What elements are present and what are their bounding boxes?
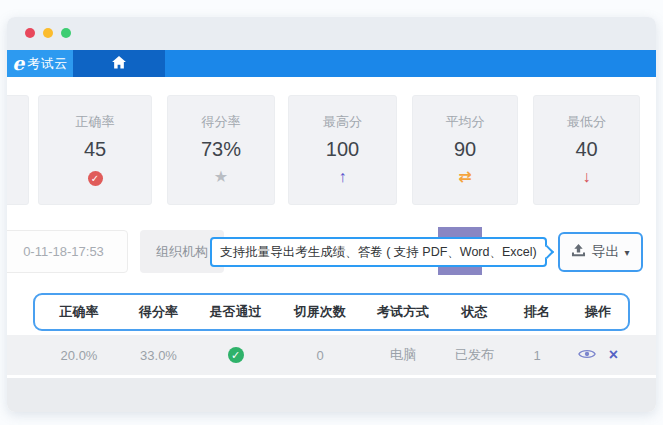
stat-card-clipped: (: [7, 95, 29, 205]
brand-e-icon: e: [12, 54, 24, 73]
column-header[interactable]: 正确率: [35, 303, 123, 321]
arrow-down-icon: ↓: [534, 169, 639, 185]
export-button-label: 导出: [591, 243, 619, 261]
export-tooltip-text: 支持批量导出考生成绩、答卷 ( 支持 PDF、Word、Excel): [220, 245, 536, 259]
date-range-input[interactable]: 0-11-18-17:53: [7, 230, 128, 273]
column-header[interactable]: 操作: [568, 303, 628, 321]
cell-exam-mode: 电脑: [363, 346, 443, 364]
stat-value: 40: [534, 138, 639, 161]
home-icon: [112, 55, 126, 73]
export-button[interactable]: 导出 ▾: [558, 232, 643, 272]
stat-label: 最高分: [289, 113, 396, 131]
chevron-down-icon: ▾: [624, 247, 629, 258]
stat-card-average-score: 平均分 90 ⇄: [412, 95, 518, 205]
view-eye-icon[interactable]: [578, 348, 596, 363]
cell-actions: ×: [568, 348, 628, 363]
minimize-window-icon[interactable]: [43, 28, 53, 38]
stat-label: 正确率: [39, 113, 151, 131]
cell-correct-rate: 20.0%: [35, 348, 123, 363]
cell-passed: ✓: [194, 347, 277, 363]
column-header[interactable]: 切屏次数: [277, 303, 363, 321]
arrow-up-icon: ↑: [289, 169, 396, 185]
stat-card-highest-score: 最高分 100 ↑: [288, 95, 397, 205]
column-header[interactable]: 得分率: [123, 303, 194, 321]
cell-rank: 1: [506, 348, 568, 363]
stat-card-score-rate: 得分率 73% ★: [167, 95, 275, 205]
stat-value: 90: [413, 138, 517, 161]
check-circle-icon: ✓: [88, 171, 103, 186]
star-icon: ★: [168, 169, 274, 185]
exchange-arrows-icon: ⇄: [413, 169, 517, 185]
cell-status: 已发布: [443, 346, 506, 364]
stat-value: 73%: [168, 138, 274, 161]
stat-card-correct-rate: 正确率 45 ✓: [38, 95, 152, 205]
column-header[interactable]: 排名: [506, 303, 568, 321]
brand-logo[interactable]: e 考试云: [7, 50, 73, 77]
browser-window: e 考试云 ( 正确率 45 ✓ 得分率 73% ★ 最高分 100 ↑ 平均分…: [7, 17, 656, 412]
table-row: 20.0% 33.0% ✓ 0 电脑 已发布 1 ×: [7, 335, 656, 375]
app-header-bar: e 考试云: [7, 50, 656, 77]
upload-icon: [571, 244, 586, 261]
close-window-icon[interactable]: [25, 28, 35, 38]
export-tooltip: 支持批量导出考生成绩、答卷 ( 支持 PDF、Word、Excel): [210, 237, 547, 267]
stat-value: 100: [289, 138, 396, 161]
pass-check-icon: ✓: [228, 347, 244, 363]
column-header[interactable]: 考试方式: [363, 303, 443, 321]
column-header[interactable]: 状态: [443, 303, 506, 321]
window-titlebar: [7, 17, 656, 50]
tooltip-arrow-icon: [540, 245, 554, 259]
window-footer: [7, 378, 656, 412]
stat-card-lowest-score: 最低分 40 ↓: [533, 95, 640, 205]
cell-score-rate: 33.0%: [123, 348, 194, 363]
table-header-row: 正确率 得分率 是否通过 切屏次数 考试方式 状态 排名 操作: [33, 293, 630, 331]
column-header[interactable]: 是否通过: [194, 303, 277, 321]
nav-home-button[interactable]: [73, 50, 165, 77]
cell-screen-switches: 0: [277, 348, 363, 363]
brand-name: 考试云: [27, 55, 68, 73]
delete-x-icon[interactable]: ×: [609, 348, 618, 362]
stat-label: 最低分: [534, 113, 639, 131]
stat-value: 45: [39, 138, 151, 161]
stat-label: 平均分: [413, 113, 517, 131]
maximize-window-icon[interactable]: [61, 28, 71, 38]
stat-label: 得分率: [168, 113, 274, 131]
